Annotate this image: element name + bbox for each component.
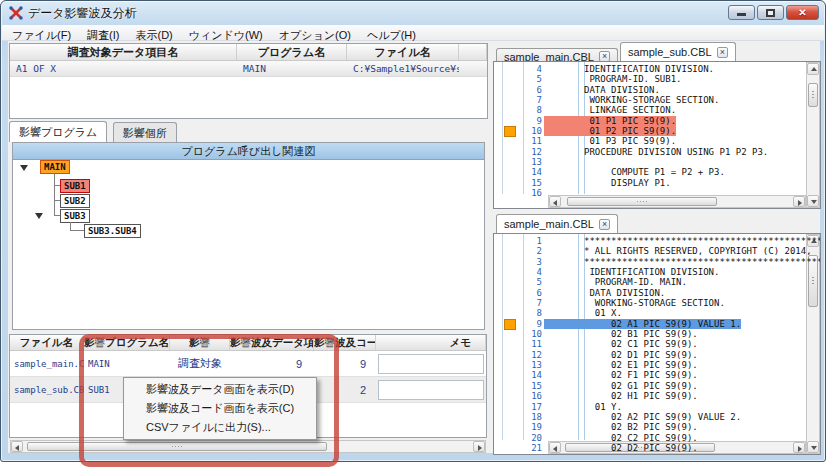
code-line[interactable]: 6 DATA DIVISION. [494, 85, 806, 95]
tree-node-sub2[interactable]: SUB2 [60, 194, 90, 208]
line-number: 5 [524, 277, 544, 287]
code-text: IDENTIFICATION DIVISION. [544, 64, 714, 74]
code-text: 02 D1 PIC S9(9). [544, 350, 698, 360]
code-line[interactable]: 7 WORKING-STORAGE SECTION. [494, 95, 806, 105]
code-line[interactable]: 8 01 X. [494, 308, 806, 318]
scroll-left-icon[interactable] [11, 441, 23, 452]
scroll-right-icon[interactable] [473, 441, 485, 452]
tree-node-main[interactable]: MAIN [40, 160, 70, 174]
code-line[interactable]: 21 02 D2 PIC S9(9). [494, 443, 806, 453]
editor-bottom-tabs: sample_main.CBL [496, 213, 620, 233]
editor-vscrollbar[interactable] [806, 62, 820, 208]
code-line[interactable]: 12 PROCEDURE DIVISION USING P1 P2 P3. [494, 147, 806, 157]
line-number: 10 [524, 329, 544, 339]
code-line[interactable]: 9 01 P1 PIC S9(9). [494, 116, 806, 126]
tree-node-sub1[interactable]: SUB1 [60, 179, 90, 193]
code-line[interactable]: 15 DISPLAY P1. [494, 178, 806, 188]
code-line[interactable]: 12 02 D1 PIC S9(9). [494, 350, 806, 360]
bookmark-slot [494, 433, 524, 443]
impact-table-row[interactable]: sample_main.CBL MAIN 調査対象 9 9 [10, 351, 486, 377]
tree-node-sub3-sub4[interactable]: SUB3.SUB4 [84, 224, 141, 238]
vscroll-thumb[interactable] [808, 83, 818, 107]
code-line[interactable]: 13 02 E1 PIC S9(9). [494, 360, 806, 370]
tab-close-icon[interactable] [599, 219, 610, 230]
code-line[interactable]: 16 02 H1 PIC S9(9). [494, 391, 806, 401]
tab-impact-programs[interactable]: 影響プログラム [9, 121, 107, 142]
bookmark-slot [494, 370, 524, 380]
code-line[interactable]: 7 WORKING-STORAGE SECTION. [494, 298, 806, 308]
code-view[interactable]: 4 IDENTIFICATION DIVISION. 5 PROGRAM-ID.… [493, 61, 821, 209]
hscroll-thumb[interactable] [27, 442, 327, 451]
query-table-row[interactable]: A1 OF X MAIN C:¥Sample1¥Source¥sampl [10, 61, 487, 77]
column-header-file[interactable]: ファイル名 [10, 335, 84, 350]
code-line[interactable]: 4 IDENTIFICATION DIVISION. [494, 267, 806, 277]
column-header-data-item[interactable]: 調査対象データ項目名 [10, 44, 237, 60]
expander-sub3-icon[interactable] [35, 213, 43, 219]
bookmark-slot [494, 257, 524, 267]
context-menu-item[interactable]: CSVファイルに出力(S)... [124, 418, 316, 437]
scroll-down-icon[interactable] [807, 441, 819, 453]
query-table: 調査対象データ項目名 プログラム名 ファイル名 A1 OF X MAIN C:¥… [9, 43, 488, 119]
code-line[interactable]: 5 PROGRAM-ID. MAIN. [494, 277, 806, 287]
context-menu-item[interactable]: 影響波及データ画面を表示(D) [124, 380, 316, 399]
line-number: 8 [524, 308, 544, 318]
code-text: DISPLAY P1. [544, 178, 671, 188]
code-line[interactable]: 2 * ALL RIGHTS RESERVED, COPYRIGHT (C) 2… [494, 246, 806, 256]
tab-sample-sub-cbl[interactable]: sample_sub.CBL [620, 42, 736, 61]
code-view[interactable]: 1 **************************************… [493, 233, 821, 455]
code-line[interactable]: 11 01 P3 PIC S9(9). [494, 136, 806, 146]
line-number: 12 [524, 147, 544, 157]
code-line[interactable]: 5 PROGRAM-ID. SUB1. [494, 74, 806, 84]
line-number: 4 [524, 267, 544, 277]
column-header-file[interactable]: ファイル名 [347, 44, 459, 60]
code-line[interactable]: 10 01 P2 PIC S9(9). [494, 126, 806, 136]
code-line[interactable]: 19 02 B2 PIC S9(9). [494, 422, 806, 432]
expander-main-icon[interactable] [20, 165, 28, 171]
column-header-data-items[interactable]: 影響波及データ項目 [230, 335, 314, 350]
tab-close-icon[interactable] [717, 47, 728, 58]
code-line[interactable]: 18 02 A2 PIC S9(9) VALUE 2. [494, 412, 806, 422]
code-text: 02 G1 PIC S9(9). [544, 381, 698, 391]
memo-input[interactable] [378, 354, 484, 374]
code-line[interactable]: 11 02 C1 PIC S9(9). [494, 339, 806, 349]
tab-impact-locations[interactable]: 影響個所 [113, 122, 177, 142]
column-header-memo[interactable]: メモ [376, 335, 486, 350]
column-header-program[interactable]: プログラム名 [237, 44, 347, 60]
context-menu-item[interactable]: 影響波及コード画面を表示(C) [124, 399, 316, 418]
close-button[interactable]: ✕ [786, 5, 819, 20]
query-program: MAIN [237, 61, 347, 76]
code-line[interactable]: 14 COMPUTE P1 = P2 + P3. [494, 167, 806, 177]
code-line[interactable]: 3 **************************************… [494, 257, 806, 267]
code-text: 02 C2 PIC S9(9). [544, 433, 698, 443]
code-line[interactable]: 20 02 C2 PIC S9(9). [494, 433, 806, 443]
minimize-button[interactable] [728, 5, 755, 20]
column-header-impact[interactable]: 影響 [170, 335, 230, 350]
bookmark-slot [494, 339, 524, 349]
code-line[interactable]: 8 LINKAGE SECTION. [494, 105, 806, 115]
code-line[interactable]: 6 DATA DIVISION. [494, 288, 806, 298]
tab-label: sample_main.CBL [504, 218, 594, 230]
bookmark-slot [494, 412, 524, 422]
code-line[interactable]: 15 02 G1 PIC S9(9). [494, 381, 806, 391]
scroll-down-icon[interactable] [807, 195, 819, 207]
code-line[interactable]: 4 IDENTIFICATION DIVISION. [494, 64, 806, 74]
code-line[interactable]: 10 02 B1 PIC S9(9). [494, 329, 806, 339]
code-line[interactable]: 17 01 Y. [494, 402, 806, 412]
code-line[interactable]: 13 [494, 157, 806, 167]
impact-table-hscrollbar[interactable] [10, 440, 486, 453]
column-header-code-count[interactable]: 影響波及コード [314, 335, 376, 350]
bookmark-slot [494, 105, 524, 115]
code-line[interactable]: 14 02 F1 PIC S9(9). [494, 370, 806, 380]
memo-input[interactable] [378, 380, 484, 400]
code-line[interactable]: 16 [494, 188, 806, 198]
column-header-program[interactable]: 影響プログラム名 [84, 335, 170, 350]
bookmark-slot [494, 350, 524, 360]
scroll-up-icon[interactable] [807, 63, 819, 75]
code-line[interactable]: 1 **************************************… [494, 236, 806, 246]
tab-sample-main-cbl[interactable]: sample_main.CBL [496, 214, 618, 233]
tree-node-sub3[interactable]: SUB3 [60, 209, 90, 223]
code-line[interactable]: 9 02 A1 PIC S9(9) VALUE 1. [494, 319, 806, 329]
maximize-button[interactable] [757, 5, 784, 20]
line-number: 9 [524, 319, 544, 329]
query-data-item: A1 OF X [10, 61, 237, 76]
